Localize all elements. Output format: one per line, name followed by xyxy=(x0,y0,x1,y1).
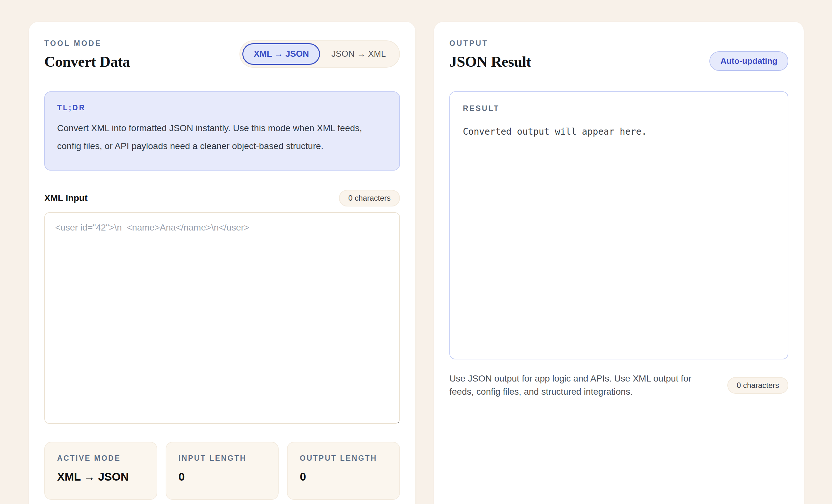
stat-value: XML → JSON xyxy=(57,470,145,483)
stat-label: INPUT LENGTH xyxy=(179,454,266,463)
stat-card-active-mode: ACTIVE MODE XML → JSON xyxy=(44,442,157,500)
mode-toggle-group: XML → JSON JSON → XML xyxy=(239,40,400,68)
left-header-text: TOOL MODE Convert Data xyxy=(44,39,130,70)
toggle-json-to-xml[interactable]: JSON → XML xyxy=(320,43,397,65)
stat-label: ACTIVE MODE xyxy=(57,454,145,463)
output-footer: Use JSON output for app logic and APIs. … xyxy=(449,372,788,398)
tool-mode-eyebrow: TOOL MODE xyxy=(44,39,130,48)
xml-input-row: XML Input 0 characters xyxy=(44,190,400,206)
input-char-count-badge: 0 characters xyxy=(339,190,400,206)
tldr-label: TL;DR xyxy=(57,104,387,112)
output-char-count-badge: 0 characters xyxy=(727,377,788,394)
xml-input-label: XML Input xyxy=(44,193,88,203)
left-header: TOOL MODE Convert Data XML → JSON JSON →… xyxy=(44,39,400,70)
page-title: Convert Data xyxy=(44,53,130,70)
output-eyebrow: OUTPUT xyxy=(449,39,531,48)
auto-updating-badge: Auto-updating xyxy=(709,51,788,71)
xml-input-textarea[interactable] xyxy=(44,212,400,424)
stat-value: 0 xyxy=(179,470,266,483)
stat-card-output-length: OUTPUT LENGTH 0 xyxy=(287,442,400,500)
right-header-text: OUTPUT JSON Result xyxy=(449,39,531,70)
right-header: OUTPUT JSON Result Auto-updating xyxy=(449,39,788,71)
toggle-xml-to-json[interactable]: XML → JSON xyxy=(242,43,320,65)
stat-value: 0 xyxy=(300,470,387,483)
result-title: JSON Result xyxy=(449,53,531,70)
stat-label: OUTPUT LENGTH xyxy=(300,454,387,463)
convert-data-panel: TOOL MODE Convert Data XML → JSON JSON →… xyxy=(29,22,415,504)
stat-card-input-length: INPUT LENGTH 0 xyxy=(166,442,279,500)
result-empty-text: Converted output will appear here. xyxy=(463,126,775,137)
page: TOOL MODE Convert Data XML → JSON JSON →… xyxy=(0,0,832,504)
stats-row: ACTIVE MODE XML → JSON INPUT LENGTH 0 OU… xyxy=(44,442,400,500)
tldr-body: Convert XML into formatted JSON instantl… xyxy=(57,119,385,155)
output-panel: OUTPUT JSON Result Auto-updating RESULT … xyxy=(434,22,804,504)
result-box: RESULT Converted output will appear here… xyxy=(449,91,788,359)
result-label: RESULT xyxy=(463,104,775,113)
output-note: Use JSON output for app logic and APIs. … xyxy=(449,372,709,398)
tldr-box: TL;DR Convert XML into formatted JSON in… xyxy=(44,91,400,171)
